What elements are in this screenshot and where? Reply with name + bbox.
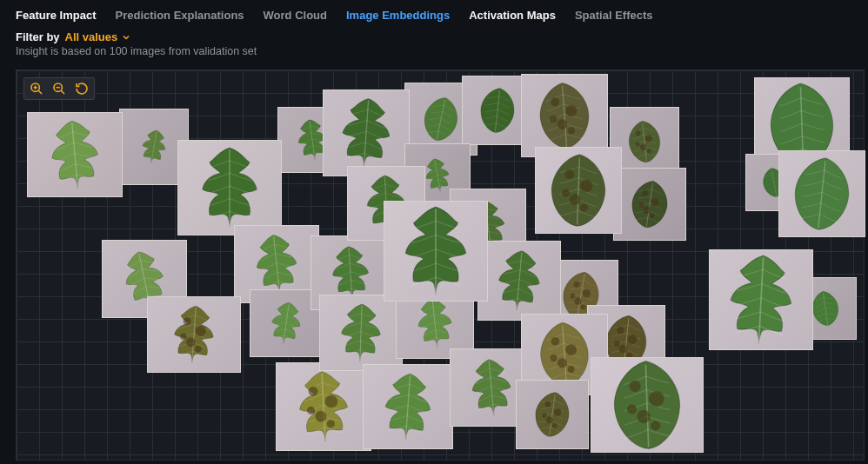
chevron-down-icon [121, 32, 131, 43]
tab-feature-impact[interactable]: Feature Impact [16, 9, 96, 22]
zoom-out-icon [52, 82, 66, 96]
tab-image-embeddings[interactable]: Image Embeddings [346, 9, 450, 22]
embedding-thumbnail[interactable] [363, 364, 453, 449]
leaf-icon [779, 151, 865, 237]
zoom-out-button[interactable] [52, 82, 66, 96]
leaf-icon [413, 91, 470, 148]
leaf-icon [598, 357, 697, 453]
embedding-thumbnail[interactable] [613, 168, 686, 241]
tab-activation-maps[interactable]: Activation Maps [469, 9, 556, 22]
embedding-thumbnail[interactable] [535, 147, 622, 234]
leaf-icon [385, 201, 486, 302]
embedding-thumbnail[interactable] [319, 295, 403, 371]
tab-prediction-explanations[interactable]: Prediction Explanations [115, 9, 244, 22]
leaf-icon [537, 149, 618, 230]
embedding-thumbnail[interactable] [516, 380, 589, 449]
svg-line-1 [38, 90, 42, 94]
insight-subtext: Insight is based on 100 images from vali… [0, 43, 868, 64]
leaf-icon [132, 125, 177, 169]
svg-line-5 [61, 90, 64, 94]
zoom-in-button[interactable] [30, 82, 43, 96]
leaf-icon [184, 143, 276, 234]
embedding-thumbnail[interactable] [177, 140, 282, 235]
leaf-icon [404, 293, 465, 354]
leaf-icon [33, 113, 117, 196]
embedding-thumbnail[interactable] [27, 112, 123, 197]
leaf-icon [526, 77, 602, 153]
tabs-bar: Feature ImpactPrediction ExplanationsWor… [0, 0, 868, 27]
tab-spatial-effects[interactable]: Spatial Effects [575, 9, 653, 22]
leaf-icon [324, 91, 408, 175]
leaf-icon [259, 296, 313, 350]
leaf-icon [483, 244, 557, 318]
embedding-thumbnail[interactable] [521, 74, 608, 157]
viz-toolbar [23, 77, 95, 100]
filter-value-text: All values [65, 30, 118, 43]
filter-label: Filter by [16, 30, 60, 43]
zoom-in-icon [30, 82, 43, 96]
filter-dropdown[interactable]: All values [65, 30, 132, 43]
embedding-thumbnail[interactable] [276, 362, 371, 451]
embedding-thumbnail[interactable] [147, 296, 241, 373]
leaf-icon [282, 365, 365, 448]
leaf-icon [709, 249, 813, 350]
leaf-icon [621, 176, 678, 233]
embedding-thumbnail[interactable] [778, 150, 865, 237]
leaf-icon [619, 116, 669, 166]
embedding-thumbnail[interactable] [384, 201, 488, 302]
embedding-thumbnail[interactable] [709, 249, 813, 350]
filter-row: Filter by All values [0, 27, 868, 43]
embedding-thumbnail[interactable] [477, 241, 561, 321]
embedding-thumbnail[interactable] [591, 357, 704, 453]
leaf-icon [471, 83, 524, 137]
embedding-thumbnail[interactable] [323, 89, 410, 176]
leaf-icon [327, 299, 394, 366]
tab-word-cloud[interactable]: Word Cloud [264, 9, 327, 22]
embedding-canvas[interactable] [16, 70, 865, 461]
leaf-icon [159, 300, 229, 369]
leaf-icon [368, 367, 448, 447]
leaf-icon [524, 387, 579, 441]
reset-view-button[interactable] [75, 82, 89, 96]
reset-icon [75, 82, 89, 96]
